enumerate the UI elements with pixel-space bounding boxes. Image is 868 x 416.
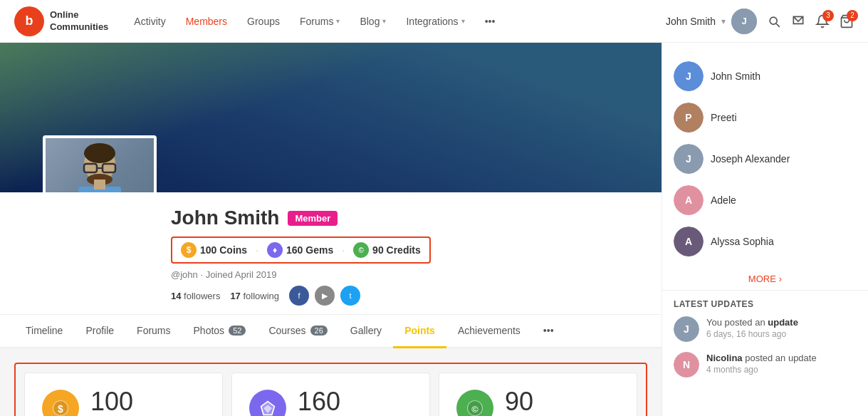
sidebar-member-preeti[interactable]: P Preeti <box>662 97 868 138</box>
tab-forums[interactable]: Forums <box>125 315 182 348</box>
coins-icon: $ <box>181 242 197 258</box>
credits-values: 90 Credits <box>505 388 536 416</box>
tab-photos[interactable]: Photos 52 <box>182 315 258 348</box>
credits-point: © 90 Credits <box>353 242 421 258</box>
gems-values: 160 Gems <box>298 388 340 416</box>
brand-name: Online Communities <box>50 9 108 33</box>
sidebar-member-john[interactable]: J John Smith <box>662 56 868 97</box>
credits-card-value: 90 <box>505 388 536 416</box>
points-cards-wrapper: $ 100 Coins 160 Gems <box>14 363 647 416</box>
coins-point: $ 100 Coins <box>181 242 247 258</box>
nav-activity[interactable]: Activity <box>125 10 174 33</box>
main-content: John Smith Member $ 100 Coins · ♦ 160 Ge… <box>0 43 662 416</box>
notifications-button[interactable]: 3 <box>815 14 830 28</box>
notifications-badge: 3 <box>822 10 834 21</box>
page-layout: John Smith Member $ 100 Coins · ♦ 160 Ge… <box>0 43 868 416</box>
member-name-john: John Smith <box>711 71 760 82</box>
coins-card-icon: $ <box>42 390 79 416</box>
cart-badge: 2 <box>847 10 858 21</box>
youtube-link[interactable]: ▶ <box>315 286 335 306</box>
coins-value: 100 Coins <box>200 244 247 256</box>
main-nav: Activity Members Groups Forums ▾ Blog ▾ … <box>125 10 666 33</box>
user-menu[interactable]: John Smith ▾ J <box>666 9 757 34</box>
avatar-image: J <box>731 9 757 34</box>
nav-more[interactable]: ••• <box>476 10 504 33</box>
gems-card-icon <box>249 390 286 416</box>
sidebar-more-button[interactable]: MORE › <box>662 268 868 290</box>
credits-icon: © <box>353 242 369 258</box>
member-badge: Member <box>288 211 338 226</box>
profile-info-section: John Smith Member $ 100 Coins · ♦ 160 Ge… <box>0 192 662 315</box>
gems-icon: ♦ <box>267 242 283 258</box>
search-button[interactable] <box>767 14 781 28</box>
profile-avatar <box>46 138 154 192</box>
tab-timeline[interactable]: Timeline <box>14 315 74 348</box>
coins-values: 100 Coins <box>90 388 133 416</box>
cart-button[interactable]: 2 <box>840 14 854 28</box>
update-time-2: 4 months ago <box>706 365 817 375</box>
followers-row: 14 followers 17 following f ▶ t <box>171 286 647 306</box>
update-avatar-2: N <box>674 352 699 378</box>
following-count[interactable]: 17 following <box>230 291 279 301</box>
tab-profile[interactable]: Profile <box>74 315 125 348</box>
user-avatar: J <box>731 9 757 34</box>
update-time-1: 6 days, 16 hours ago <box>706 329 798 339</box>
social-links: f ▶ t <box>289 286 360 306</box>
twitter-link[interactable]: t <box>340 286 360 306</box>
followers-count[interactable]: 14 followers <box>171 291 220 301</box>
coins-card-value: 100 <box>90 388 133 416</box>
svg-text:$: $ <box>58 403 63 415</box>
gems-card: 160 Gems <box>231 373 430 416</box>
member-avatar-preeti: P <box>674 103 704 132</box>
cover-photo <box>0 43 662 192</box>
integrations-chevron: ▾ <box>461 17 465 25</box>
logo-letter: b <box>26 14 33 28</box>
profile-tabs: Timeline Profile Forums Photos 52 Course… <box>0 315 662 348</box>
points-cards-section: $ 100 Coins 160 Gems <box>0 348 662 416</box>
sidebar-member-adele[interactable]: A Adele <box>662 180 868 221</box>
gems-point: ♦ 160 Gems <box>267 242 333 258</box>
nav-members[interactable]: Members <box>177 10 236 33</box>
nav-forums[interactable]: Forums ▾ <box>291 10 348 33</box>
member-avatar-john: J <box>674 61 704 91</box>
sidebar-member-alyssa[interactable]: A Alyssa Sophia <box>662 221 868 262</box>
tab-achievements[interactable]: Achievements <box>446 315 532 348</box>
navbar-right: John Smith ▾ J 3 2 <box>666 9 854 34</box>
update-text-1: You posted an update 6 days, 16 hours ag… <box>706 316 798 339</box>
member-avatar-alyssa: A <box>674 227 704 256</box>
member-avatar-adele: A <box>674 185 704 215</box>
nav-groups[interactable]: Groups <box>239 10 288 33</box>
svg-point-2 <box>84 143 115 163</box>
nav-integrations[interactable]: Integrations ▾ <box>397 10 473 33</box>
points-row: $ 100 Coins · ♦ 160 Gems · © 90 Credits <box>171 236 431 264</box>
profile-name: John Smith <box>171 207 279 229</box>
profile-meta: @john · Joined April 2019 <box>171 269 647 280</box>
update-item-2: N Nicolina posted an update 4 months ago <box>674 352 857 378</box>
more-chevron-icon: › <box>779 274 782 284</box>
svg-text:©: © <box>471 404 479 415</box>
sidebar-member-joseph[interactable]: J Joseph Alexander <box>662 138 868 180</box>
messages-button[interactable] <box>791 14 805 28</box>
tab-more[interactable]: ••• <box>532 315 565 348</box>
tab-courses[interactable]: Courses 26 <box>257 315 338 348</box>
forums-chevron: ▾ <box>336 17 340 25</box>
update-item-1: J You posted an update 6 days, 16 hours … <box>674 316 857 342</box>
user-chevron: ▾ <box>721 16 726 26</box>
nav-blog[interactable]: Blog ▾ <box>351 10 394 33</box>
divider1: · <box>256 244 258 256</box>
tab-gallery[interactable]: Gallery <box>339 315 393 348</box>
facebook-link[interactable]: f <box>289 286 309 306</box>
profile-name-row: John Smith Member <box>171 207 647 229</box>
logo[interactable]: b Online Communities <box>14 6 108 36</box>
divider2: · <box>342 244 345 256</box>
member-name-adele: Adele <box>711 194 736 206</box>
blog-chevron: ▾ <box>382 17 386 25</box>
gems-card-value: 160 <box>298 388 340 416</box>
credits-value: 90 Credits <box>372 244 421 256</box>
latest-updates-title: LATEST UPDATES <box>674 299 857 309</box>
tab-points[interactable]: Points <box>393 315 446 348</box>
coins-card: $ 100 Coins <box>24 373 223 416</box>
courses-badge: 26 <box>310 326 328 336</box>
sidebar-latest-updates: LATEST UPDATES J You posted an update 6 … <box>662 290 868 378</box>
update-text-2: Nicolina posted an update 4 months ago <box>706 352 817 375</box>
